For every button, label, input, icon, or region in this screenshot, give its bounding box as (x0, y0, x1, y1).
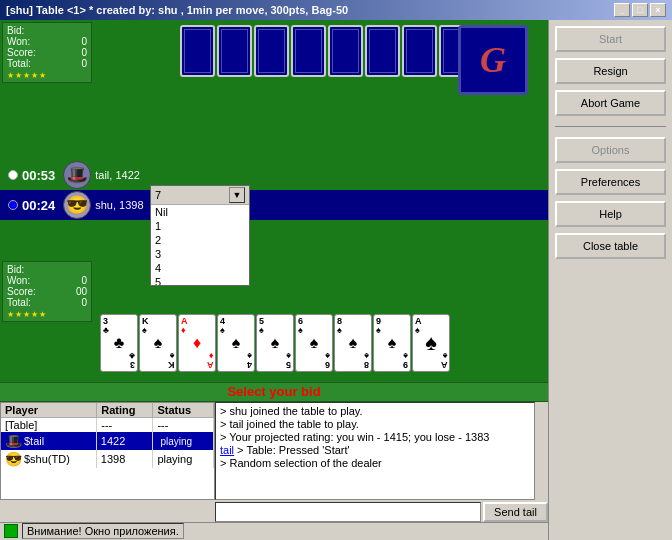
card-4s[interactable]: 4♠ ♠ 4♠ (217, 314, 255, 372)
abort-game-button[interactable]: Abort Game (555, 90, 666, 116)
table-name: [Table] (1, 417, 97, 432)
star-row: ★ ★ ★ ★ ★ (7, 71, 87, 80)
preferences-button[interactable]: Preferences (555, 169, 666, 195)
chat-line-5: > Random selection of the dealer (220, 457, 530, 469)
timer-icon-tail (8, 170, 18, 180)
resign-button[interactable]: Resign (555, 58, 666, 84)
bid-bar-text: Select your bid (227, 384, 320, 399)
main-area: Bid: Won: 0 Score: 0 Total: 0 ★ ★ (0, 20, 672, 540)
won-value-bottom: 0 (81, 275, 87, 286)
deck-area (180, 25, 474, 77)
bid-option-2[interactable]: 2 (151, 233, 249, 247)
card-as[interactable]: A♠ ♠ A♠ (412, 314, 450, 372)
game-area: Bid: Won: 0 Score: 0 Total: 0 ★ ★ (0, 20, 548, 540)
star-3: ★ (23, 71, 30, 80)
bid-option-3[interactable]: 3 (151, 247, 249, 261)
shu-status: playing (153, 450, 214, 468)
status-icon (4, 524, 18, 538)
star-4: ★ (31, 71, 38, 80)
card-ks[interactable]: K♠ ♠ K♠ (139, 314, 177, 372)
tail-status: playing (153, 432, 214, 450)
won-label: Won: (7, 36, 30, 47)
game-board: Bid: Won: 0 Score: 0 Total: 0 ★ ★ (0, 20, 548, 382)
chat-section: > shu joined the table to play. > tail j… (215, 402, 548, 522)
bid-option-1[interactable]: 1 (151, 219, 249, 233)
star-b5: ★ (39, 310, 46, 319)
bid-option-4[interactable]: 4 (151, 261, 249, 275)
won-value: 0 (81, 36, 87, 47)
timer-tail: 00:53 (4, 168, 59, 183)
col-player: Player (1, 403, 97, 418)
bid-dropdown-btn[interactable]: ▼ (229, 187, 245, 203)
minimize-button[interactable]: _ (614, 3, 630, 17)
bid-current-value: 7 (155, 189, 161, 201)
close-table-button[interactable]: Close table (555, 233, 666, 259)
table-row-table: [Table] --- --- (1, 417, 214, 432)
card-5s[interactable]: 5♠ ♠ 5♠ (256, 314, 294, 372)
table-row-shu: 😎 $shu(TD) 1398 playing (1, 450, 214, 468)
chat-line-1: > shu joined the table to play. (220, 405, 530, 417)
separator-1 (555, 126, 666, 127)
player-row-shu: 00:24 😎 shu, 1398 (0, 190, 548, 220)
maximize-button[interactable]: □ (632, 3, 648, 17)
bottom-combined: Player Rating Status [Table] --- --- (0, 402, 548, 522)
card-back-7 (402, 25, 437, 77)
tail-status-badge: playing (157, 436, 195, 447)
window-controls[interactable]: _ □ × (614, 3, 666, 17)
star-1: ★ (7, 71, 14, 80)
score-value: 0 (81, 47, 87, 58)
bid-list[interactable]: Nil 1 2 3 4 5 6 7 (151, 205, 249, 285)
star-2: ★ (15, 71, 22, 80)
bid-selector[interactable]: 7 ▼ Nil 1 2 3 4 5 6 7 (150, 185, 250, 286)
score-label: Score: (7, 47, 36, 58)
card-back-1 (180, 25, 215, 77)
total-value: 0 (81, 58, 87, 69)
help-button[interactable]: Help (555, 201, 666, 227)
send-button[interactable]: Send tail (483, 502, 548, 522)
table-status: --- (153, 417, 214, 432)
card-ad[interactable]: A♦ ♦ A♦ (178, 314, 216, 372)
bid-bar: Select your bid (0, 382, 548, 402)
top-score-panel: Bid: Won: 0 Score: 0 Total: 0 ★ ★ (2, 22, 92, 83)
card-8s[interactable]: 8♠ ♠ 8♠ (334, 314, 372, 372)
start-button[interactable]: Start (555, 26, 666, 52)
avatar-icon-tail: 🎩 (66, 164, 88, 186)
col-status: Status (153, 403, 214, 418)
bid-option-nil[interactable]: Nil (151, 205, 249, 219)
options-button[interactable]: Options (555, 137, 666, 163)
card-back-2 (217, 25, 252, 77)
player-table: Player Rating Status [Table] --- --- (1, 403, 214, 468)
chat-input-row: Send tail (215, 502, 548, 522)
timer-value-shu: 00:24 (22, 198, 55, 213)
close-button[interactable]: × (650, 3, 666, 17)
title-bar: [shu] Table <1> * created by: shu , 1min… (0, 0, 672, 20)
shu-rating: 1398 (97, 450, 153, 468)
total-value-bottom: 0 (81, 297, 87, 308)
card-3c[interactable]: 3♣ ♣ 3♣ (100, 314, 138, 372)
chat-input[interactable] (215, 502, 481, 522)
star-b2: ★ (15, 310, 22, 319)
bid-option-5[interactable]: 5 (151, 275, 249, 285)
bid-header: 7 ▼ (151, 186, 249, 205)
right-panel: Start Resign Abort Game Options Preferen… (548, 20, 672, 540)
star-b4: ★ (31, 310, 38, 319)
chat-link-tail[interactable]: tail (220, 444, 234, 456)
avatar-shu: 😎 (63, 191, 91, 219)
card-back-3 (254, 25, 289, 77)
total-label: Total: (7, 58, 31, 69)
card-6s[interactable]: 6♠ ♠ 6♠ (295, 314, 333, 372)
player-name-tail: tail, 1422 (95, 169, 155, 181)
player-name-shu: shu, 1398 (95, 199, 155, 211)
shu-name: 😎 $shu(TD) (1, 450, 97, 468)
table-rating: --- (97, 417, 153, 432)
timer-value-tail: 00:53 (22, 168, 55, 183)
timer-shu: 00:24 (4, 198, 59, 213)
timer-icon-shu (8, 200, 18, 210)
chat-line-2: > tail joined the table to play. (220, 418, 530, 430)
avatar-tail: 🎩 (63, 161, 91, 189)
player-rows: 00:53 🎩 tail, 1422 00:24 😎 (0, 160, 548, 220)
card-9s[interactable]: 9♠ ♠ 9♠ (373, 314, 411, 372)
chat-log: > shu joined the table to play. > tail j… (215, 402, 535, 500)
star-b1: ★ (7, 310, 14, 319)
star-5: ★ (39, 71, 46, 80)
